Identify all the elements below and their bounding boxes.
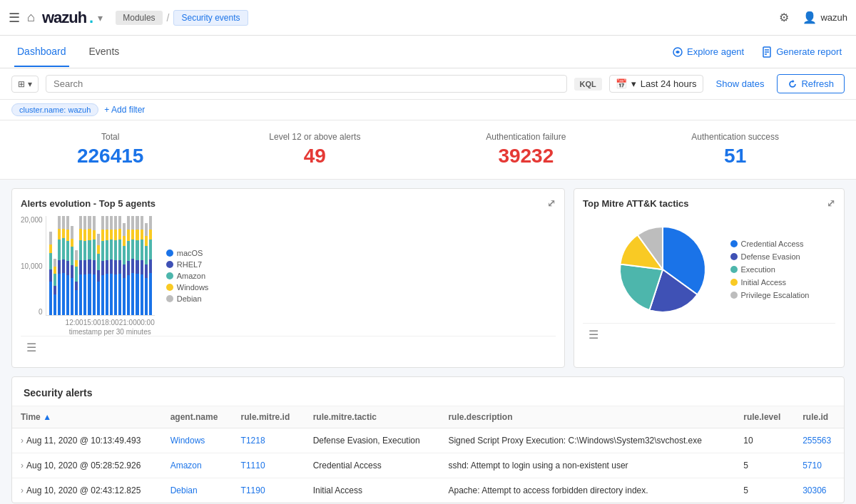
bar-segment xyxy=(127,241,130,261)
pie-chart-svg xyxy=(609,216,716,323)
bar-segment xyxy=(66,261,69,275)
refresh-button[interactable]: Refresh xyxy=(777,74,845,93)
legend-label: RHEL7 xyxy=(177,260,202,269)
bar-chart-list-icon[interactable]: ☰ xyxy=(26,341,36,354)
legend-dot xyxy=(166,295,173,302)
user-name: wazuh xyxy=(820,12,847,23)
stat-auth-success-label: Authentication success xyxy=(691,132,779,142)
x-label-1200: 12:00 xyxy=(66,319,83,326)
bar-segment xyxy=(110,230,113,240)
time-selector[interactable]: 📅 ▾ Last 24 hours xyxy=(609,75,703,93)
agent-link[interactable]: Debian xyxy=(170,485,198,495)
x-label-1500: 15:00 xyxy=(83,319,101,326)
breadcrumb-modules[interactable]: Modules xyxy=(116,11,162,25)
bar-chart-expand-icon[interactable]: ⤢ xyxy=(547,197,556,209)
pie-chart-expand-icon[interactable]: ⤢ xyxy=(827,197,835,209)
cell-description: sshd: Attempt to login using a non-exist… xyxy=(439,453,735,478)
col-level[interactable]: rule.level xyxy=(735,406,794,428)
col-rule-id[interactable]: rule.id xyxy=(794,406,844,428)
bar-segment xyxy=(97,254,100,270)
bar-segment xyxy=(145,246,148,264)
bar-segment xyxy=(145,236,148,246)
expand-row-button[interactable]: › xyxy=(21,485,24,495)
bar-segment xyxy=(88,274,91,315)
breadcrumb-security-events[interactable]: Security events xyxy=(173,10,248,26)
search-type-dropdown[interactable]: ⊞ ▾ xyxy=(11,76,39,93)
bar-segment xyxy=(123,264,126,278)
col-description[interactable]: rule.description xyxy=(439,406,735,428)
bar-group xyxy=(145,216,148,315)
cell-description: Signed Script Proxy Execution: C:\Window… xyxy=(439,428,735,453)
cell-rule-id: 30306 xyxy=(794,478,844,503)
explore-agent-button[interactable]: Explore agent xyxy=(672,46,744,58)
stats-row: Total 226415 Level 12 or above alerts 49… xyxy=(0,120,856,180)
col-time[interactable]: Time ▲ xyxy=(12,406,162,428)
expand-row-button[interactable]: › xyxy=(21,436,24,446)
bar-segment xyxy=(93,230,96,240)
legend-dot xyxy=(166,284,173,291)
pie-legend-item: Credential Access xyxy=(730,240,810,248)
bar-segment xyxy=(54,267,56,273)
show-dates-button[interactable]: Show dates xyxy=(710,76,770,92)
bar-segment xyxy=(97,270,100,282)
cluster-filter-tag[interactable]: cluster.name: wazuh xyxy=(11,103,98,116)
settings-icon[interactable]: ⚙ xyxy=(773,6,795,29)
cell-time: ›Aug 10, 2020 @ 02:43:12.825 xyxy=(12,478,162,503)
rule-id-link[interactable]: 255563 xyxy=(802,436,831,446)
bar-group xyxy=(110,216,113,315)
bar-group xyxy=(149,216,152,315)
mitre-id-link[interactable]: T1110 xyxy=(241,461,265,470)
user-menu[interactable]: 👤 wazuh xyxy=(802,11,847,24)
tab-dashboard[interactable]: Dashboard xyxy=(14,37,69,67)
x-axis-labels: 12:00 15:00 18:00 21:00 00:00 xyxy=(46,319,155,326)
rule-id-link[interactable]: 30306 xyxy=(802,485,826,495)
brand-chevron-icon[interactable]: ▾ xyxy=(98,12,103,24)
agent-link[interactable]: Amazon xyxy=(170,461,202,470)
bar-segment xyxy=(131,273,134,315)
bar-group xyxy=(131,216,134,315)
bar-segment xyxy=(141,260,143,274)
bar-segment xyxy=(71,265,73,278)
stat-auth-failure-value: 39232 xyxy=(486,145,566,168)
bar-segment xyxy=(110,240,113,260)
charts-row: Alerts evolution - Top 5 agents ⤢ 20,000… xyxy=(11,188,845,368)
bar-group xyxy=(66,216,69,315)
bar-segment xyxy=(58,260,61,274)
bar-segment xyxy=(71,247,73,265)
legend-item: macOS xyxy=(166,249,209,257)
bar-group xyxy=(101,216,104,315)
col-mitre-tactic[interactable]: rule.mitre.tactic xyxy=(305,406,440,428)
legend-dot xyxy=(166,261,173,268)
stat-auth-failure: Authentication failure 39232 xyxy=(486,132,566,168)
col-mitre-id[interactable]: rule.mitre.id xyxy=(233,406,305,428)
tab-events[interactable]: Events xyxy=(86,37,123,67)
expand-row-button[interactable]: › xyxy=(21,461,24,470)
bar-group xyxy=(141,216,143,315)
bar-group xyxy=(114,216,117,315)
mitre-id-link[interactable]: T1190 xyxy=(241,485,265,495)
bar-segment xyxy=(62,273,65,315)
add-filter-button[interactable]: + Add filter xyxy=(104,105,145,115)
main-content: Alerts evolution - Top 5 agents ⤢ 20,000… xyxy=(0,180,856,504)
col-agent[interactable]: agent.name xyxy=(162,406,233,428)
bar-segment xyxy=(83,216,86,230)
kql-badge[interactable]: KQL xyxy=(574,78,602,91)
bar-segment xyxy=(127,261,130,275)
bar-segment xyxy=(136,260,138,274)
bar-segment xyxy=(93,274,96,315)
pie-chart-list-icon[interactable]: ☰ xyxy=(588,329,598,341)
bar-segment xyxy=(79,274,82,315)
legend-item: RHEL7 xyxy=(166,260,209,269)
agent-link[interactable]: Windows xyxy=(170,436,205,446)
bar-group xyxy=(62,216,65,315)
mitre-id-link[interactable]: T1218 xyxy=(241,436,265,446)
generate-report-button[interactable]: Generate report xyxy=(761,46,842,58)
rule-id-link[interactable]: 5710 xyxy=(802,461,822,470)
search-input[interactable] xyxy=(54,78,559,89)
bar-segment xyxy=(79,260,82,274)
home-icon[interactable]: ⌂ xyxy=(27,10,35,25)
search-dropdown-arrow: ▾ xyxy=(28,79,32,89)
table-title: Security alerts xyxy=(12,377,844,406)
y-label-0: 0 xyxy=(21,308,43,316)
hamburger-icon[interactable]: ☰ xyxy=(9,10,20,26)
